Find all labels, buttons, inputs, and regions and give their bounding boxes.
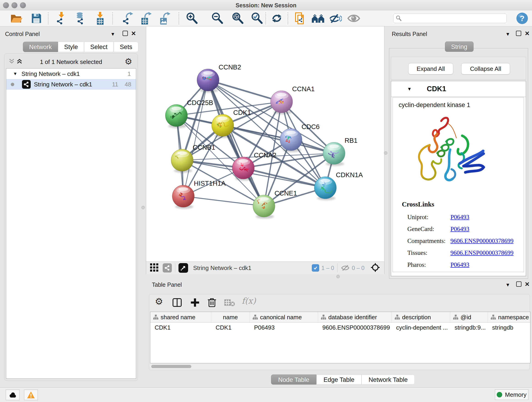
expand-all-button[interactable]: Expand All	[408, 63, 453, 75]
import-table-file-icon[interactable]	[93, 12, 107, 25]
refresh-layout-icon[interactable]	[270, 12, 284, 25]
collapse-all-networks-icon[interactable]	[9, 58, 15, 65]
export-network-icon[interactable]	[121, 12, 135, 25]
edge-CCNB2-CCNA1[interactable]	[208, 80, 282, 102]
network-node-CDK1[interactable]	[212, 114, 234, 136]
column-header-description[interactable]: description	[392, 312, 450, 322]
network-node-CCNE1[interactable]	[253, 195, 275, 217]
search-input[interactable]	[404, 15, 504, 22]
protein-entry-header[interactable]: ▼ CDK1	[391, 81, 526, 97]
close-panel-icon[interactable]: ✕	[525, 31, 530, 36]
tab-node-table[interactable]: Node Table	[271, 375, 317, 385]
warning-status-button[interactable]	[24, 390, 38, 400]
table-cell[interactable]: stringdb	[488, 324, 530, 331]
import-network-file-icon[interactable]	[54, 12, 69, 25]
panel-menu-icon[interactable]: ▼	[505, 31, 510, 37]
column-header-name[interactable]: name	[211, 312, 250, 322]
show-eye-icon[interactable]	[347, 12, 361, 25]
crosslink-value-link[interactable]: P06493	[450, 261, 469, 268]
add-column-icon[interactable]	[190, 298, 200, 308]
hidden-items-eye-icon[interactable]	[341, 264, 350, 272]
zoom-fit-icon[interactable]	[230, 12, 245, 25]
table-cell[interactable]: cyclin-dependent ...	[392, 324, 450, 331]
table-row[interactable]: CDK1CDK1P064939606.ENSP00000378699cyclin…	[150, 323, 530, 332]
show-columns-icon[interactable]	[172, 298, 182, 308]
column-header-@id[interactable]: @id	[450, 312, 488, 322]
tab-network-table[interactable]: Network Table	[361, 375, 415, 385]
float-panel-icon[interactable]	[123, 31, 128, 36]
right-splitter-grip[interactable]	[384, 151, 387, 155]
memory-button[interactable]: Memory	[495, 389, 528, 400]
entry-expander-icon[interactable]: ▼	[407, 86, 412, 92]
float-panel-icon[interactable]	[516, 281, 521, 287]
save-session-icon[interactable]	[29, 12, 44, 25]
network-canvas[interactable]: CCNB2CCNA1CDC25BCDK1CDC6RB1CCNB1CCNA2CDK…	[147, 30, 383, 261]
bottom-splitter-grip[interactable]	[336, 275, 340, 278]
crosslink-value-link[interactable]: 9606.ENSP00000378699	[450, 249, 513, 256]
close-panel-icon[interactable]: ✕	[525, 281, 530, 287]
close-panel-icon[interactable]: ✕	[131, 31, 136, 36]
table-horizontal-scrollbar[interactable]	[150, 364, 529, 369]
document-share-icon[interactable]	[293, 12, 307, 25]
search-box[interactable]	[393, 13, 507, 23]
tab-string[interactable]: String	[445, 41, 474, 52]
network-node-CCNB2[interactable]	[197, 69, 219, 91]
export-table-icon[interactable]	[139, 12, 153, 25]
network-node-CDC6[interactable]	[280, 128, 302, 151]
tab-select[interactable]: Select	[84, 42, 114, 52]
export-image-icon[interactable]	[158, 12, 172, 25]
zoom-selected-icon[interactable]	[250, 12, 264, 25]
crosslink-value-link[interactable]: 9606.ENSP00000378699	[450, 237, 513, 245]
hide-eye-icon[interactable]	[328, 12, 342, 25]
table-cell[interactable]: P06493	[250, 324, 318, 331]
delete-table-icon[interactable]	[224, 298, 235, 307]
function-builder-icon[interactable]: f(x)	[242, 296, 256, 306]
zoom-out-icon[interactable]	[210, 12, 224, 25]
selected-items-checkbox-icon[interactable]	[312, 264, 319, 272]
table-gear-icon[interactable]: ⚙	[155, 296, 163, 307]
network-node-CDKN1A[interactable]	[314, 177, 336, 199]
table-cell[interactable]: CDK1	[150, 324, 211, 331]
crosslink-value-link[interactable]: P06493	[450, 214, 469, 221]
column-header-database-identifier[interactable]: database identifier	[318, 312, 392, 322]
network-panel-gear-icon[interactable]: ⚙	[125, 57, 132, 66]
network-collection-row[interactable]: ▼ String Network – cdk1 1	[6, 69, 136, 79]
network-share-view-icon[interactable]	[163, 263, 172, 273]
network-node-CCNA2[interactable]	[232, 157, 254, 179]
help-icon[interactable]: ?	[515, 12, 529, 25]
cloud-status-button[interactable]	[6, 390, 19, 400]
table-cell[interactable]: CDK1	[211, 324, 250, 331]
float-panel-icon[interactable]	[516, 31, 521, 36]
zoom-in-icon[interactable]	[185, 12, 199, 25]
delete-column-trash-icon[interactable]	[207, 297, 217, 308]
tab-edge-table[interactable]: Edge Table	[317, 375, 361, 385]
collection-expander-icon[interactable]: ▼	[13, 71, 17, 76]
grid-view-icon[interactable]	[150, 263, 158, 273]
panel-menu-icon[interactable]: ▼	[505, 282, 510, 288]
column-header-namespace[interactable]: namespace	[488, 312, 530, 322]
import-network-database-icon[interactable]	[73, 12, 87, 25]
network-node-CCNB1[interactable]	[171, 149, 193, 171]
network-row[interactable]: String Network – cdk1 11 48	[6, 79, 136, 89]
collapse-all-button[interactable]: Collapse All	[461, 63, 510, 75]
scrollbar-thumb[interactable]	[151, 365, 191, 368]
table-cell[interactable]: stringdb:9...	[450, 324, 488, 331]
edge-HIST1H1A-CCNE1[interactable]	[183, 196, 264, 206]
tab-network[interactable]: Network	[23, 42, 58, 52]
column-header-shared-name[interactable]: shared name	[150, 312, 211, 322]
birdseye-view-icon[interactable]	[370, 263, 380, 273]
left-splitter-grip[interactable]	[141, 206, 145, 209]
network-node-CCNA1[interactable]	[271, 91, 293, 113]
detach-view-icon[interactable]	[178, 263, 188, 273]
network-node-HIST1H1A[interactable]	[172, 185, 194, 207]
panel-menu-icon[interactable]: ▼	[110, 31, 115, 37]
network-node-CDC25B[interactable]	[165, 104, 187, 127]
crosslink-value-link[interactable]: P06493	[450, 225, 469, 233]
table-cell[interactable]: 9606.ENSP00000378699	[318, 324, 392, 331]
open-session-icon[interactable]	[9, 12, 23, 25]
column-header-canonical-name[interactable]: canonical name	[250, 312, 318, 322]
string-home-icon[interactable]	[311, 12, 325, 25]
network-node-RB1[interactable]	[323, 142, 345, 164]
expand-all-networks-icon[interactable]	[17, 58, 22, 65]
edge-CCNB2-CCNE1[interactable]	[208, 80, 264, 206]
